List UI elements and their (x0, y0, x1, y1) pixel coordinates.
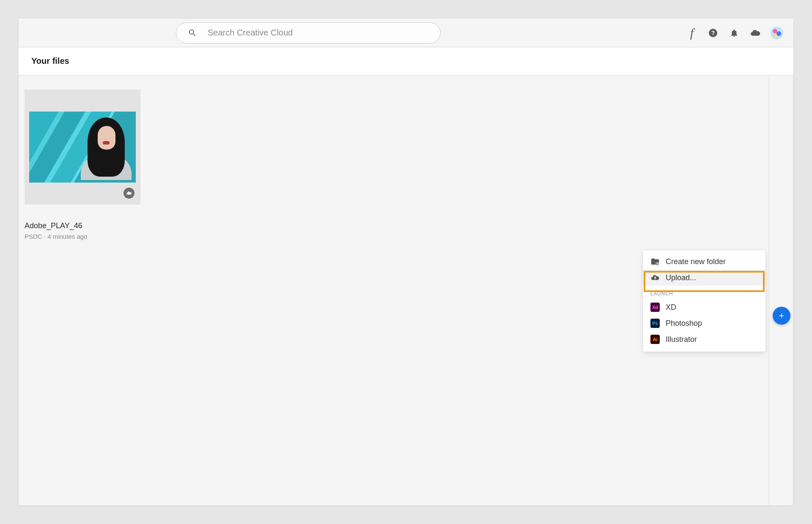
file-card[interactable]: Adobe_PLAY_46 PSDC · 4 minutes ago (25, 90, 140, 240)
menu-section-launch: LAUNCH (643, 286, 765, 299)
avatar[interactable] (771, 27, 783, 39)
menu-item-label: Illustrator (666, 335, 697, 344)
folder-add-icon (650, 257, 660, 266)
menu-launch-xd[interactable]: Xd XD (643, 299, 765, 315)
fonts-icon[interactable]: f (686, 27, 698, 39)
notifications-icon[interactable] (728, 27, 740, 39)
page-header: Your files (19, 47, 793, 75)
file-thumbnail (25, 90, 140, 205)
svg-text:?: ? (711, 30, 715, 36)
search-input[interactable] (176, 22, 441, 44)
file-meta: PSDC · 4 minutes ago (25, 233, 140, 240)
page-title: Your files (31, 56, 69, 66)
xd-app-icon: Xd (650, 303, 660, 312)
ai-app-icon: Ai (650, 335, 660, 344)
menu-create-folder[interactable]: Create new folder (643, 254, 765, 270)
top-bar: f ? (19, 19, 793, 47)
synced-badge-icon (123, 188, 134, 199)
upload-icon (650, 273, 660, 282)
menu-launch-illustrator[interactable]: Ai Illustrator (643, 331, 765, 347)
menu-item-label: Create new folder (666, 257, 726, 266)
menu-item-label: XD (666, 303, 676, 312)
search-icon (188, 28, 197, 38)
content-area: Adobe_PLAY_46 PSDC · 4 minutes ago Creat… (19, 75, 793, 505)
menu-item-label: Upload... (666, 273, 696, 282)
search-wrap (176, 22, 441, 44)
thumbnail-portrait (81, 114, 132, 180)
add-button[interactable] (773, 307, 790, 325)
file-name: Adobe_PLAY_46 (25, 221, 140, 230)
add-menu: Create new folder Upload... LAUNCH Xd XD… (642, 250, 766, 352)
menu-item-label: Photoshop (666, 319, 702, 328)
cloud-icon[interactable] (749, 27, 761, 39)
ps-app-icon: Ps (650, 319, 660, 328)
menu-launch-photoshop[interactable]: Ps Photoshop (643, 315, 765, 331)
menu-upload[interactable]: Upload... (643, 270, 765, 286)
help-icon[interactable]: ? (707, 27, 719, 39)
top-bar-right: f ? (686, 19, 783, 47)
app-window: f ? Your files (19, 19, 793, 505)
thumbnail-image (29, 112, 136, 183)
